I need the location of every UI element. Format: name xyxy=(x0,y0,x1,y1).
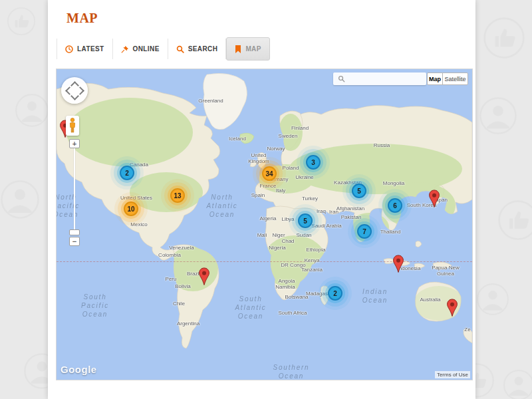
pegman-control[interactable] xyxy=(66,116,79,136)
tab-label: LATEST xyxy=(77,45,104,53)
search-icon xyxy=(338,75,345,82)
zoom-in-button[interactable]: + xyxy=(69,139,80,148)
map-search-input[interactable] xyxy=(347,73,424,84)
thumbs-up-pattern-icon xyxy=(497,200,532,241)
zoom-slider-track[interactable] xyxy=(74,148,75,229)
search-icon xyxy=(176,45,184,53)
world-map[interactable]: GreenlandIcelandCanadaUnited StatesMexic… xyxy=(56,68,473,380)
page-title: MAP xyxy=(66,11,98,26)
map-type-button[interactable]: Map xyxy=(427,72,443,85)
zoom-slider-handle[interactable] xyxy=(69,229,80,235)
tab-online[interactable]: ONLINE xyxy=(113,39,168,59)
pushpin-icon xyxy=(121,45,129,53)
person-pattern-icon xyxy=(15,93,49,128)
pegman-icon xyxy=(68,118,76,134)
content-card: MAP LATEST ONLINE SEARCH MAP xyxy=(48,0,475,399)
pan-control[interactable] xyxy=(61,77,88,104)
tab-label: SEARCH xyxy=(188,45,218,53)
person-pattern-icon xyxy=(503,369,532,399)
clock-icon xyxy=(65,45,73,53)
map-search-box[interactable] xyxy=(333,72,426,85)
google-logo[interactable]: Google xyxy=(61,364,97,375)
tab-bar: LATEST ONLINE SEARCH MAP xyxy=(57,38,270,60)
map-controls-layer: + − Map Satellite xyxy=(57,69,472,380)
tab-label: ONLINE xyxy=(133,45,160,53)
thumbs-up-pattern-icon xyxy=(7,7,36,36)
terms-of-use-link[interactable]: Terms of Use xyxy=(435,371,470,378)
person-pattern-icon xyxy=(476,283,509,316)
person-pattern-icon xyxy=(479,96,517,135)
tab-search[interactable]: SEARCH xyxy=(168,39,227,59)
thumbs-up-pattern-icon xyxy=(483,17,525,59)
tab-label: MAP xyxy=(245,45,261,53)
tab-map[interactable]: MAP xyxy=(226,37,269,61)
tab-latest[interactable]: LATEST xyxy=(57,39,113,59)
zoom-out-button[interactable]: − xyxy=(69,237,80,246)
satellite-type-button[interactable]: Satellite xyxy=(442,72,468,85)
bookmark-icon xyxy=(235,45,241,53)
person-pattern-icon xyxy=(0,180,40,219)
